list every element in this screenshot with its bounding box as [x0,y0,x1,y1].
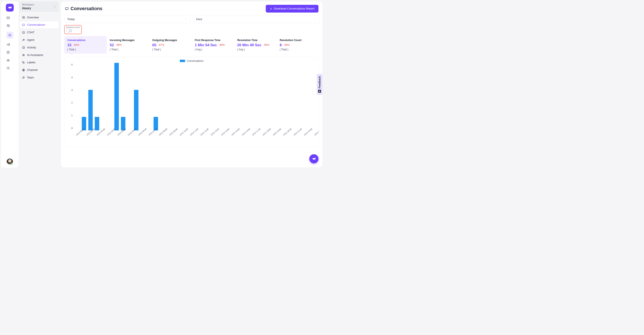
rail-library-icon[interactable] [6,50,10,54]
help-fab[interactable] [309,154,318,164]
bar-col [87,63,94,130]
presence-online-dot [11,163,13,165]
bar-col [166,63,172,130]
metric-value: 20 Min 49 Sec [237,43,262,47]
sidebar-item-team[interactable]: Team [20,74,58,81]
channel-icon [22,68,25,72]
chevrons-up-down-icon [54,6,56,8]
rail-bot-icon[interactable] [6,58,10,62]
metric-card-conversations[interactable]: Conversations15-84%( Total ) [64,36,107,54]
sidebar-item-ai-assistants[interactable]: AI Assistants [20,52,58,58]
bar-col [146,63,152,130]
app-logo[interactable] [6,4,14,12]
bar-col [100,63,107,130]
metric-sub: ( Total ) [280,48,316,51]
date-range-value: Today [67,18,75,21]
bar-col [296,63,303,130]
svg-point-15 [23,39,24,40]
sidebar-item-activity[interactable]: Activity [20,44,58,51]
feedback-tab[interactable]: Feedback ☻ [317,74,322,95]
svg-point-24 [24,77,24,77]
sidebar-item-conversations[interactable]: Conversations [20,22,58,28]
sidebar-item-labels[interactable]: Labels [20,59,58,66]
legend-label: Conversations [187,60,204,62]
download-report-button[interactable]: Download Conversations Report [266,5,318,12]
sidebar-item-label: Activity [27,46,36,49]
y-tick: 1 [71,114,72,117]
bar-col [126,63,133,130]
svg-point-11 [8,68,9,68]
workspace-switcher[interactable]: Workspace Hoory [20,2,58,12]
metric-value: 65 [152,43,156,47]
metric-sub: ( Total ) [67,48,104,51]
svg-point-23 [23,76,24,77]
bar-col [185,63,192,130]
clock-icon [22,46,25,49]
bar [114,63,119,130]
metric-delta: -88% [116,44,122,46]
metric-card-incoming[interactable]: Incoming Messages52-88%( Total ) [107,36,149,54]
sidebar-item-label: Team [27,76,34,79]
sidebar-item-agent[interactable]: Agent [20,36,58,44]
bar-col [257,63,264,130]
bar-col [264,63,270,130]
metric-title: First Response Time [195,39,231,42]
svg-point-5 [9,25,10,26]
nav-rail [1,1,18,168]
rail-settings-icon[interactable] [6,66,10,70]
metrics-row: Conversations15-84%( Total )Incoming Mes… [64,36,319,54]
sidebar-item-csat[interactable]: CSAT [20,29,58,36]
user-icon [22,38,25,42]
date-range-dropdown[interactable]: Today [64,15,190,23]
team-icon [22,76,25,79]
rail-inbox-icon[interactable] [6,16,10,20]
metric-card-outgoing[interactable]: Outgoing Messages65-87%( Total ) [149,36,192,54]
bar-col [211,63,218,130]
bar [134,90,138,130]
svg-point-26 [312,158,314,160]
feedback-label: Feedback [318,76,321,88]
bar-col [270,63,276,130]
metric-delta: -87% [158,44,164,46]
bar-col [107,63,113,130]
sidebar-item-label: Conversations [27,23,45,26]
metric-value: 15 [67,43,71,47]
metric-value: 52 [110,43,114,47]
metric-card-resolution_count[interactable]: Resolution Count8-58%( Total ) [276,36,319,54]
hoory-logo-icon [312,156,316,161]
metric-delta: -84% [73,44,79,46]
main-content: Conversations Download Conversations Rep… [61,2,322,167]
svg-point-21 [23,62,23,62]
metric-card-resolution_time[interactable]: Resolution Time20 Min 49 Sec-95%( Avg ) [234,36,277,54]
rail-campaigns-icon[interactable] [6,43,10,46]
hoory-logo-icon [7,5,12,10]
svg-point-28 [315,158,316,159]
grouping-dropdown[interactable]: Hour [193,15,319,23]
metric-delta: -89% [219,44,225,46]
y-tick: 2 [71,101,72,104]
metric-card-first_response[interactable]: First Response Time1 Min 54 Sec-89%( Avg… [192,36,234,54]
legend-swatch [180,60,185,62]
business-hours-toggle[interactable] [66,29,72,32]
bar-col [238,63,244,130]
bot-icon [22,54,25,56]
user-avatar[interactable] [6,159,13,165]
chevron-down-icon [314,18,316,20]
sidebar-item-overview[interactable]: Overview [20,14,58,21]
svg-point-14 [22,31,25,34]
grouping-value: Hour [196,18,202,21]
business-hours-label: Business Hours [66,26,80,28]
bar-col [133,63,140,130]
rail-contacts-icon[interactable] [6,24,10,28]
y-axis: 543210 [68,63,74,130]
chat-icon [22,23,25,26]
bar-col [303,63,309,130]
rail-reports-icon[interactable] [6,32,13,38]
metric-title: Resolution Time [237,39,274,42]
metric-delta: -95% [263,44,269,46]
bar-col [120,63,126,130]
sidebar-item-channel[interactable]: Channel [20,66,58,74]
metric-value: 1 Min 54 Sec [195,43,217,47]
metric-sub: ( Avg ) [195,48,231,51]
sidebar-item-label: Agent [27,38,34,42]
